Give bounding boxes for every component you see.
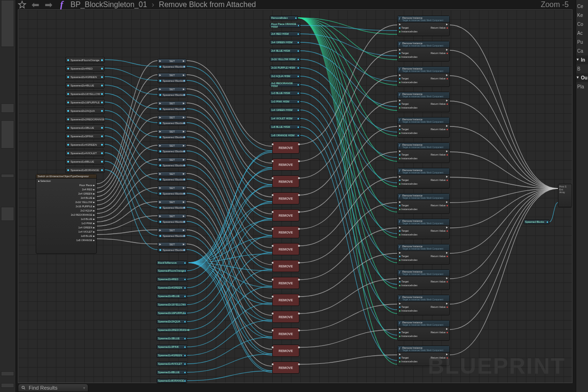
set-node[interactable]: SET — [157, 101, 187, 106]
section-header-inputs[interactable]: In — [576, 55, 588, 64]
remove-instance-node[interactable]: Remove InstanceTarget is Instanced Stati… — [397, 66, 450, 87]
set-node-pin[interactable]: Spawned Blocks — [157, 205, 187, 210]
print-string-node[interactable]: Print S Exc Array — [558, 184, 572, 207]
hism-var-node[interactable]: 1x4 GREEN HISM — [270, 108, 300, 112]
spawned-var-node[interactable]: Spawned2x4BLUE — [65, 82, 105, 88]
hism-var-node[interactable]: 2x4 RED HISM — [270, 31, 300, 36]
hism-var-node[interactable]: 2x16 PURPLE HISM — [270, 65, 300, 70]
nav-forward-icon[interactable]: ➡ — [44, 0, 53, 9]
set-node-pin[interactable]: Spawned Blocks — [157, 93, 187, 97]
spawned-var-read-node[interactable]: Spawned1x4GREEN — [157, 353, 187, 358]
hism-var-node[interactable]: 1x8 ORANGE HISM — [270, 133, 300, 138]
set-node-pin[interactable]: Spawned Blocks — [157, 135, 187, 140]
remove-instance-node[interactable]: Remove InstanceTarget is Instanced Stati… — [397, 41, 450, 62]
remove-instance-node[interactable]: Remove InstanceTarget is Instanced Stati… — [397, 320, 450, 341]
set-node-pin[interactable]: Spawned Blocks — [157, 234, 187, 238]
spawned-var-node[interactable]: Spawned2x2REDORANGE — [65, 116, 105, 122]
spawned-var-node[interactable]: SpawnedFloorsOrange — [65, 57, 105, 63]
spawned-var-node[interactable]: Spawned2x16PURPLE — [65, 99, 105, 105]
hism-var-node[interactable]: 2x2 REDORANGE HISM — [270, 82, 300, 87]
remove-instance-node[interactable]: Remove InstanceTarget is Instanced Stati… — [397, 16, 450, 36]
remove-instance-node[interactable]: Remove InstanceTarget is Instanced Stati… — [397, 295, 450, 315]
toolbar-block[interactable] — [1, 371, 14, 376]
find-results-tab[interactable]: Find Results ▾ — [18, 384, 88, 392]
spawned-var-read-node[interactable]: SpawnedFloorsOrange — [157, 268, 187, 273]
hism-var-node[interactable]: 2x2 AQUA HISM — [270, 74, 300, 78]
array-remove-node[interactable]: REMOVE — [272, 192, 299, 204]
hism-var-node[interactable]: 1x3 PINK HISM — [270, 99, 300, 104]
set-node-pin[interactable]: Spawned Blocks — [157, 191, 187, 196]
spawned-var-read-node[interactable]: Spawned2x2REDORANGE — [157, 328, 187, 332]
spawned-var-read-node[interactable]: Spawned2x16YELLOW — [157, 302, 187, 307]
detail-row[interactable]: Pla — [576, 82, 588, 91]
set-node[interactable]: SET — [157, 129, 187, 134]
spawned-var-node[interactable]: Spawned1x3BLUE — [65, 125, 105, 131]
array-remove-node[interactable]: REMOVE — [272, 345, 299, 357]
detail-row[interactable]: Ac — [576, 29, 588, 38]
spawned-var-read-node[interactable]: Spawned2x2AQUA — [157, 319, 187, 324]
set-node[interactable]: SET — [157, 59, 187, 63]
hism-var-node[interactable]: 1x4 VIOLET HISM — [270, 116, 300, 121]
spawned-var-node[interactable]: Spawned2x4GREEN — [65, 74, 105, 80]
set-node[interactable]: SET — [157, 157, 187, 162]
array-remove-node[interactable]: REMOVE — [272, 277, 299, 289]
detail-row[interactable]: Co — [576, 20, 588, 29]
graph-canvas[interactable]: Switch on EInteractiveObjectTypeDesignat… — [18, 9, 572, 383]
set-node[interactable]: SET — [157, 214, 187, 219]
set-node[interactable]: SET — [157, 242, 187, 247]
set-node-pin[interactable]: Spawned Blocks — [157, 248, 187, 252]
breadcrumb-function[interactable]: Remove Block from Attached — [159, 0, 256, 9]
set-node-pin[interactable]: Spawned Blocks — [157, 78, 187, 83]
remove-instance-node[interactable]: Remove InstanceTarget is Instanced Stati… — [397, 117, 450, 138]
spawned-var-node[interactable]: Spawned1x4VIOLET — [65, 150, 105, 156]
spawned-var-read-node[interactable]: Spawned1x4VIOLET — [157, 361, 187, 366]
toolbar-block[interactable] — [1, 0, 14, 47]
set-node[interactable]: SET — [157, 115, 187, 120]
array-remove-node[interactable]: REMOVE — [272, 328, 299, 340]
spawned-var-node[interactable]: Spawned2x2AQUA — [65, 108, 105, 114]
set-node[interactable]: SET — [157, 87, 187, 92]
hism-var-node[interactable]: 1x8 BLUE HISM — [270, 125, 300, 129]
spawned-var-read-node[interactable]: Spawned1x8ORANGE — [157, 378, 187, 383]
toolbar-block[interactable] — [1, 207, 14, 221]
spawned-var-read-node[interactable]: Spawned1x8BLUE — [157, 370, 187, 375]
array-remove-node[interactable]: REMOVE — [272, 361, 299, 374]
set-node[interactable]: SET — [157, 73, 187, 78]
breadcrumb-blueprint[interactable]: BP_BlockSingleton_01 — [71, 0, 147, 9]
array-remove-node[interactable]: REMOVE — [272, 209, 299, 221]
spawned-var-node[interactable]: Spawned2x16YELLOW — [65, 91, 105, 97]
hism-var-node[interactable]: Floor Piece ORANGE HISM — [270, 23, 300, 28]
spawned-var-node[interactable]: Spawned1x4GREEN — [65, 141, 105, 148]
remove-instance-node[interactable]: Remove InstanceTarget is Instanced Stati… — [397, 193, 450, 214]
array-remove-node[interactable]: REMOVE — [272, 226, 299, 238]
switch-node[interactable]: Switch on EInteractiveObjectTypeDesignat… — [36, 174, 97, 254]
detail-row[interactable]: Ca — [576, 47, 588, 55]
remove-instance-node[interactable]: Remove InstanceTarget is Instanced Stati… — [397, 168, 450, 188]
detail-row[interactable]: Ke — [576, 11, 588, 20]
toolbar-block[interactable] — [1, 174, 14, 178]
detail-row[interactable]: Ce — [576, 2, 588, 11]
array-remove-node[interactable]: REMOVE — [272, 141, 299, 154]
detail-row[interactable]: Pu — [576, 38, 588, 47]
remove-instance-node[interactable]: Remove InstanceTarget is Instanced Stati… — [397, 219, 450, 239]
set-node-pin[interactable]: Spawned Blocks — [157, 220, 187, 224]
set-node-pin[interactable]: Spawned Blocks — [157, 177, 187, 182]
spawned-var-node[interactable]: Spawned1x8ORANGE — [65, 167, 105, 173]
dropdown-icon[interactable]: ▾ — [83, 386, 85, 390]
remove-instance-node[interactable]: Remove InstanceTarget is Instanced Stati… — [397, 345, 450, 366]
spawned-var-node[interactable]: Spawned2x4RED — [65, 65, 105, 71]
spawned-var-read-node[interactable]: Spawned1x3BLUE — [157, 336, 187, 341]
hism-var-node[interactable]: 2x4 BLUE HISM — [270, 48, 300, 53]
set-node-pin[interactable]: Spawned Blocks — [157, 163, 187, 168]
remove-instance-node[interactable]: Remove InstanceTarget is Instanced Stati… — [397, 269, 450, 290]
toolbar-block[interactable] — [1, 383, 14, 388]
array-remove-node[interactable]: REMOVE — [272, 260, 299, 272]
set-node-pin[interactable]: Spawned Blocks — [157, 107, 187, 111]
section-header-outputs[interactable]: Ou — [576, 73, 588, 82]
array-remove-node[interactable]: REMOVE — [272, 175, 299, 188]
set-node-pin[interactable]: Spawned Blocks — [157, 149, 187, 154]
detail-row[interactable]: B — [576, 64, 588, 73]
array-remove-node[interactable]: REMOVE — [272, 311, 299, 323]
block-to-remove-var[interactable]: BlockToRemove — [157, 260, 187, 265]
spawned-blocks-end-var[interactable]: Spawned Blocks — [524, 220, 549, 224]
